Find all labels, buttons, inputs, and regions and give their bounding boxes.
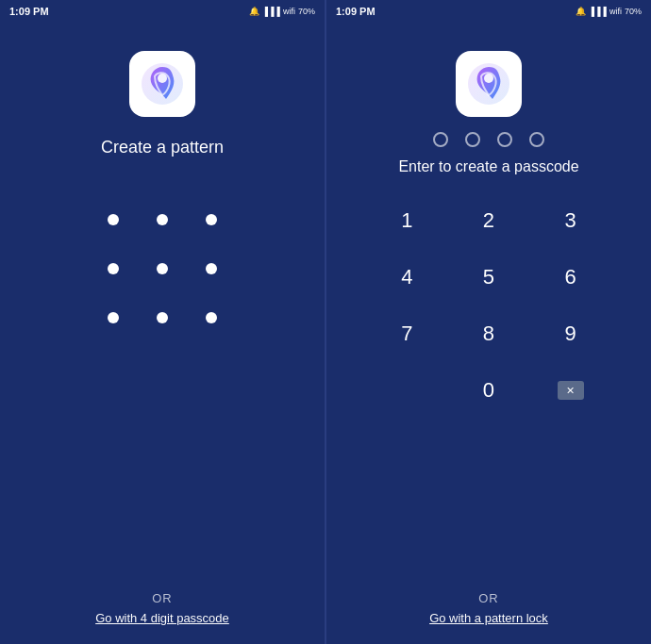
pattern-lock-screen: 1:09 PM 🔔 ▐▐▐ wifi 70% Create a pattern [0,0,325,644]
svg-point-3 [484,74,493,83]
app-icon-right [456,51,522,117]
or-text-left: OR [152,591,173,605]
pattern-title: Create a pattern [101,138,224,157]
pattern-dot-2[interactable] [157,214,168,225]
status-bar-right: 1:09 PM 🔔 ▐▐▐ wifi 70% [326,0,651,23]
passcode-dot-2 [465,132,480,147]
key-4[interactable]: 4 [366,249,448,305]
pattern-dot-5[interactable] [157,263,168,274]
key-0[interactable]: 0 [448,362,530,419]
signal-icon: ▐▐▐ [262,7,280,16]
bottom-section-right: OR Go with a pattern lock [429,591,548,625]
passcode-dot-4 [529,132,544,147]
status-icons-right: 🔔 ▐▐▐ wifi 70% [576,7,642,16]
bottom-section-left: OR Go with 4 digit passcode [95,591,229,625]
app-logo-right [462,58,515,110]
key-1[interactable]: 1 [366,192,448,249]
numpad: 1 2 3 4 5 6 7 8 9 0 [366,192,611,419]
svg-point-1 [158,74,167,83]
pattern-dot-9[interactable] [206,312,217,323]
app-logo-left [136,58,189,110]
pattern-dot-8[interactable] [157,312,168,323]
or-text-right: OR [478,591,499,605]
pattern-grid [70,195,255,342]
wifi-icon-right: wifi [609,7,622,16]
battery-left: 70% [298,7,315,16]
signal-icon-right: ▐▐▐ [589,7,607,16]
pattern-dot-1[interactable] [108,214,119,225]
passcode-title: Enter to create a passcode [398,158,578,175]
passcode-screen: 1:09 PM 🔔 ▐▐▐ wifi 70% E [326,0,651,644]
wifi-icon: wifi [283,7,295,16]
battery-right: 70% [625,7,642,16]
pattern-dot-4[interactable] [108,263,119,274]
key-2[interactable]: 2 [448,192,530,249]
alarm-icon-right: 🔔 [576,7,586,16]
switch-to-passcode-link[interactable]: Go with 4 digit passcode [95,611,229,625]
switch-to-pattern-link[interactable]: Go with a pattern lock [429,611,548,625]
backspace-button[interactable] [529,362,611,419]
key-3[interactable]: 3 [529,192,611,249]
key-5[interactable]: 5 [448,249,530,305]
passcode-indicators [433,132,544,147]
backspace-icon [558,381,584,400]
key-6[interactable]: 6 [529,249,611,305]
status-time-right: 1:09 PM [336,6,376,17]
key-8[interactable]: 8 [448,305,530,362]
passcode-dot-3 [497,132,512,147]
key-empty [366,362,448,419]
pattern-dot-7[interactable] [108,312,119,323]
alarm-icon: 🔔 [249,7,259,16]
pattern-dot-6[interactable] [206,263,217,274]
app-icon-left [129,51,195,117]
status-time-left: 1:09 PM [9,6,49,17]
key-7[interactable]: 7 [366,305,448,362]
pattern-dot-3[interactable] [206,214,217,225]
passcode-dot-1 [433,132,448,147]
key-9[interactable]: 9 [529,305,611,362]
status-icons-left: 🔔 ▐▐▐ wifi 70% [249,7,315,16]
status-bar-left: 1:09 PM 🔔 ▐▐▐ wifi 70% [0,0,325,23]
